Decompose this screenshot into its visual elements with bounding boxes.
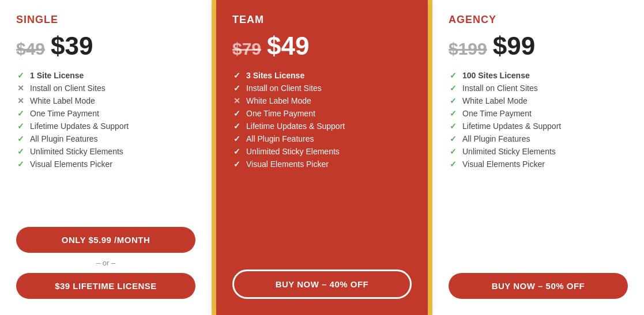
plan-single: SINGLE $49 $39 ✓ 1 Site License ✕ Instal… [0,0,212,315]
check-icon: ✓ [16,160,25,169]
team-buy-button[interactable]: BUY NOW – 40% OFF [232,270,412,299]
plan-agency: AGENCY $199 $99 ✓ 100 Sites License ✓ In… [432,0,644,315]
feature-item: ✕ White Label Mode [16,96,195,105]
plan-single-buttons: ONLY $5.99 /month – or – $39 lifetime li… [16,227,195,299]
plan-single-old-price: $49 [16,39,45,59]
plan-team-old-price: $79 [232,39,261,59]
plan-single-features: ✓ 1 Site License ✕ Install on Client Sit… [16,71,195,213]
feature-item: ✓ Install on Client Sites [232,84,412,93]
single-lifetime-button[interactable]: $39 lifetime license [16,273,195,299]
feature-item: ✓ Visual Elements Picker [232,160,412,169]
plan-single-price-row: $49 $39 [16,32,195,60]
cross-icon: ✕ [232,96,242,105]
check-icon: ✓ [232,122,242,131]
feature-item: ✓ One Time Payment [232,109,412,118]
check-icon: ✓ [16,134,25,143]
feature-item: ✓ White Label Mode [449,96,628,105]
feature-item: ✓ Visual Elements Picker [449,160,628,169]
check-icon: ✓ [449,84,458,93]
feature-item: ✓ Unlimited Sticky Elements [16,147,195,156]
feature-item: ✓ All Plugin Features [16,134,195,143]
cross-icon: ✕ [16,96,25,105]
check-icon: ✓ [16,109,25,118]
plan-team-name: TEAM [232,14,412,26]
feature-item: ✓ Lifetime Updates & Support [16,122,195,131]
feature-item: ✓ All Plugin Features [232,134,412,143]
right-divider [428,0,432,315]
feature-item: ✕ White Label Mode [232,96,412,105]
check-icon: ✓ [16,122,25,131]
check-icon: ✓ [16,71,25,80]
feature-item: ✓ Unlimited Sticky Elements [232,147,412,156]
plan-agency-buttons: BUY NOW – 50% OFF [449,273,628,299]
check-icon: ✓ [232,109,242,118]
check-icon: ✓ [232,84,242,93]
check-icon: ✓ [232,134,242,143]
pricing-container: SINGLE $49 $39 ✓ 1 Site License ✕ Instal… [0,0,644,315]
plan-team-new-price: $49 [267,32,309,60]
feature-item: ✓ All Plugin Features [449,134,628,143]
feature-item: ✓ Lifetime Updates & Support [232,122,412,131]
feature-item: ✓ 1 Site License [16,71,195,80]
plan-agency-name: AGENCY [449,14,628,26]
feature-item: ✓ Visual Elements Picker [16,160,195,169]
plan-single-name: SINGLE [16,14,195,26]
plan-agency-features: ✓ 100 Sites License ✓ Install on Client … [449,71,628,259]
feature-item: ✓ 3 Sites License [232,71,412,80]
feature-item: ✓ One Time Payment [16,109,195,118]
feature-item: ✓ One Time Payment [449,109,628,118]
check-icon: ✓ [232,71,242,80]
check-icon: ✓ [449,134,458,143]
check-icon: ✓ [449,147,458,156]
feature-item: ✓ Lifetime Updates & Support [449,122,628,131]
plan-team-buttons: BUY NOW – 40% OFF [232,270,412,299]
feature-item: ✓ 100 Sites License [449,71,628,80]
plan-team-features: ✓ 3 Sites License ✓ Install on Client Si… [232,71,412,256]
check-icon: ✓ [449,96,458,105]
left-divider [212,0,216,315]
single-or-text: – or – [16,259,195,267]
plan-team: TEAM $79 $49 ✓ 3 Sites License ✓ Install… [216,0,428,315]
plan-team-price-row: $79 $49 [232,32,412,60]
agency-buy-button[interactable]: BUY NOW – 50% OFF [449,273,628,299]
feature-item: ✓ Install on Client Sites [449,84,628,93]
check-icon: ✓ [232,160,242,169]
feature-item: ✕ Install on Client Sites [16,84,195,93]
plan-agency-old-price: $199 [449,39,487,59]
feature-item: ✓ Unlimited Sticky Elements [449,147,628,156]
single-monthly-button[interactable]: ONLY $5.99 /month [16,227,195,253]
check-icon: ✓ [16,147,25,156]
plan-agency-new-price: $99 [493,32,535,60]
check-icon: ✓ [449,71,458,80]
plan-single-new-price: $39 [51,32,93,60]
check-icon: ✓ [449,109,458,118]
check-icon: ✓ [232,147,242,156]
cross-icon: ✕ [16,84,25,93]
check-icon: ✓ [449,160,458,169]
check-icon: ✓ [449,122,458,131]
plan-agency-price-row: $199 $99 [449,32,628,60]
